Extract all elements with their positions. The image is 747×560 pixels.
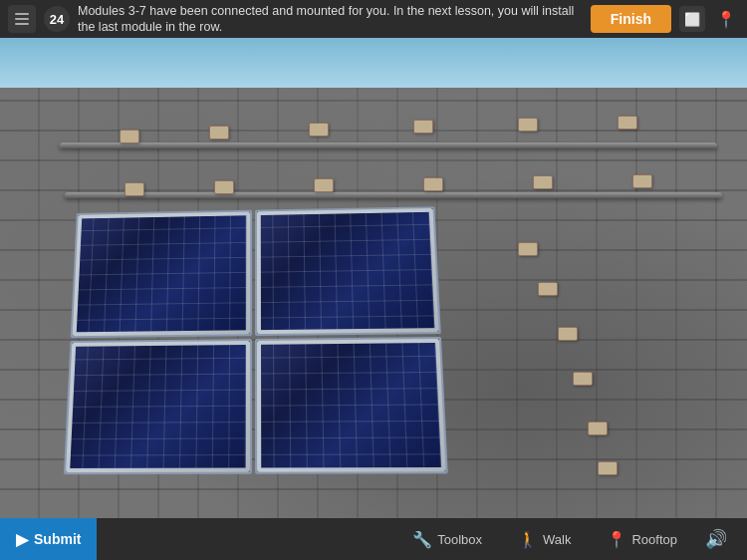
bracket-15 [558, 327, 578, 341]
toolbox-label: Toolbox [437, 532, 482, 547]
solar-panel-4 [255, 337, 448, 474]
bracket-11 [533, 175, 553, 189]
bracket-9 [314, 178, 334, 192]
menu-icon [15, 13, 29, 25]
solar-panel-array [64, 206, 450, 478]
toolbox-icon: 🔧 [412, 530, 432, 549]
bottom-bar: ▶ Submit 🔧 Toolbox 🚶 Walk 📍 Rooftop 🔊 [0, 518, 747, 560]
bracket-14 [538, 282, 558, 296]
top-bar: 24 Modules 3-7 have been connected and m… [0, 0, 747, 38]
rail-lower [65, 192, 723, 198]
volume-icon: 🔊 [705, 528, 727, 550]
menu-button[interactable] [8, 5, 36, 33]
rooftop-icon: 📍 [607, 530, 626, 549]
panel-3-frame [66, 341, 250, 472]
bracket-6 [618, 116, 637, 130]
submit-button[interactable]: ▶ Submit [0, 518, 97, 560]
bracket-16 [573, 372, 593, 386]
panel-row-bottom [64, 337, 450, 474]
step-badge: 24 [44, 6, 70, 32]
bracket-10 [423, 177, 443, 191]
nav-toolbox[interactable]: 🔧 Toolbox [394, 518, 500, 560]
finish-button[interactable]: Finish [591, 5, 671, 33]
bracket-4 [413, 120, 433, 134]
bracket-8 [214, 180, 234, 194]
rooftop-label: Rooftop [631, 532, 677, 547]
bracket-7 [124, 182, 144, 196]
roof [0, 88, 747, 518]
bracket-1 [120, 130, 139, 143]
location-icon: 📍 [716, 10, 736, 29]
bracket-17 [588, 421, 608, 435]
bracket-2 [209, 126, 229, 140]
submit-label: Submit [34, 531, 81, 547]
bracket-5 [518, 118, 538, 132]
panel-2-frame [257, 208, 439, 334]
panel-row-top [71, 206, 443, 338]
rail-upper [60, 142, 718, 148]
solar-panel-1 [71, 210, 252, 338]
window-icon: ⬜ [684, 12, 700, 27]
panel-1-frame [73, 212, 250, 337]
solar-panel-3 [64, 339, 252, 474]
submit-icon: ▶ [16, 530, 28, 549]
panel-4-frame [257, 339, 446, 472]
location-button[interactable]: 📍 [713, 6, 739, 32]
bracket-18 [598, 461, 618, 475]
walk-icon: 🚶 [518, 530, 538, 549]
bottom-nav: 🔧 Toolbox 🚶 Walk 📍 Rooftop 🔊 [97, 518, 747, 560]
main-scene [0, 38, 747, 518]
walk-label: Walk [543, 532, 571, 547]
bracket-12 [632, 174, 652, 188]
volume-button[interactable]: 🔊 [695, 518, 737, 560]
nav-rooftop[interactable]: 📍 Rooftop [589, 518, 695, 560]
nav-walk[interactable]: 🚶 Walk [500, 518, 589, 560]
instruction-text: Modules 3-7 have been connected and moun… [78, 3, 583, 36]
bracket-13 [518, 242, 538, 256]
window-button[interactable]: ⬜ [679, 6, 705, 32]
bracket-3 [309, 123, 329, 137]
solar-panel-2 [255, 206, 441, 336]
